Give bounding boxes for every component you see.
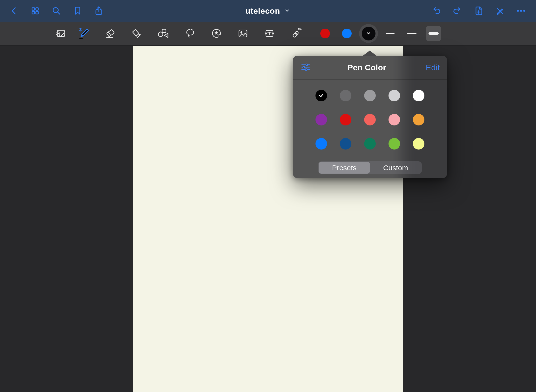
add-page-button[interactable]: [472, 4, 486, 18]
pen-color-swatch-pink[interactable]: [389, 114, 400, 125]
canvas-area: [0, 46, 536, 392]
chevron-left-icon: [9, 6, 19, 16]
add-page-icon: [473, 6, 484, 16]
lasso-icon: [184, 27, 196, 39]
shapes-tool[interactable]: [154, 24, 173, 43]
stroke-bar-thick: [429, 32, 439, 35]
text-tool[interactable]: [260, 24, 279, 43]
undo-icon: [431, 6, 442, 16]
svg-text:a: a: [56, 29, 60, 37]
laser-pointer-icon: [290, 27, 302, 39]
crossed-pencil-icon: [495, 6, 505, 16]
toolbar-color-slot-black[interactable]: [358, 23, 379, 44]
sliders-icon: [300, 62, 311, 73]
pen-input-toggle-button[interactable]: [493, 4, 507, 18]
stroke-selected-highlight: [426, 26, 441, 41]
image-tool[interactable]: [234, 24, 252, 43]
eraser-tool[interactable]: [101, 24, 120, 43]
pointer-tool[interactable]: [287, 24, 305, 43]
color-grid: [315, 90, 424, 150]
pen-color-swatch-navy[interactable]: [340, 138, 351, 150]
more-button[interactable]: [514, 4, 528, 18]
document-title-button[interactable]: utelecon: [244, 0, 292, 22]
text-box-icon: [263, 27, 275, 39]
chevron-down-icon: [283, 7, 291, 15]
popover-header: Pen Color Edit: [293, 56, 447, 80]
edit-button[interactable]: Edit: [422, 63, 440, 72]
toolbar-color-slots: [314, 23, 379, 44]
pen-icon: [78, 27, 90, 39]
stroke-width-thin[interactable]: [379, 23, 401, 44]
navbar-right-group: [426, 4, 536, 18]
pen-color-swatch-purple[interactable]: [315, 114, 327, 125]
pen-color-swatch-green[interactable]: [364, 138, 376, 150]
share-icon: [94, 6, 104, 16]
selected-color-ring: [359, 24, 378, 43]
color-dot-red: [320, 29, 330, 38]
toolbar-divider: [72, 26, 72, 40]
search-button[interactable]: [49, 4, 63, 18]
back-button[interactable]: [7, 4, 21, 18]
image-icon: [237, 27, 249, 39]
color-dot-blue: [342, 29, 352, 38]
eraser-icon: [104, 27, 116, 39]
tool-group: [75, 24, 305, 43]
pen-color-swatch-yellow[interactable]: [413, 138, 424, 150]
popover-title: Pen Color: [311, 63, 422, 72]
ellipsis-icon: [516, 6, 526, 16]
stroke-bar-medium: [407, 33, 416, 34]
redo-icon: [452, 6, 463, 16]
zoom-window-tool[interactable]: a: [52, 24, 70, 43]
stroke-width-thick[interactable]: [423, 23, 444, 44]
pen-color-swatch-gray[interactable]: [364, 90, 376, 101]
pen-color-swatch-light-green[interactable]: [389, 138, 400, 150]
toolbar-stroke-slots: [379, 23, 444, 44]
pen-color-popover: Pen Color Edit PresetsCustom: [293, 56, 447, 178]
bookmark-button[interactable]: [71, 4, 85, 18]
check-icon: [318, 92, 324, 99]
zoom-window-icon: a: [55, 27, 67, 39]
toolbar-color-slot-blue[interactable]: [336, 23, 358, 44]
document-title: utelecon: [245, 6, 280, 16]
stroke-width-medium[interactable]: [401, 23, 423, 44]
pen-color-swatch-orange[interactable]: [413, 114, 424, 125]
pen-color-swatch-coral[interactable]: [364, 114, 376, 125]
pen-color-swatch-bright-blue[interactable]: [315, 138, 327, 150]
shapes-icon: [157, 27, 169, 39]
pen-color-swatch-white[interactable]: [413, 90, 424, 101]
sticker-star-icon: [210, 27, 222, 39]
chevron-down-icon: [366, 31, 371, 37]
tab-custom[interactable]: Custom: [370, 162, 421, 174]
pen-color-swatch-red[interactable]: [340, 114, 351, 125]
navbar-left-group: [0, 4, 109, 18]
stroke-bar-thin: [386, 33, 395, 34]
grid-icon: [30, 6, 40, 16]
pen-color-swatch-black[interactable]: [315, 90, 327, 101]
bookmark-icon: [72, 6, 83, 16]
highlighter-icon: [131, 27, 143, 39]
redo-button[interactable]: [450, 4, 464, 18]
undo-button[interactable]: [429, 4, 443, 18]
lasso-tool[interactable]: [181, 24, 199, 43]
highlighter-tool[interactable]: [128, 24, 146, 43]
popover-arrow: [363, 51, 377, 56]
toolbar-color-slot-red[interactable]: [314, 23, 336, 44]
selected-color-circle: [362, 27, 375, 40]
pen-tool[interactable]: [75, 24, 93, 43]
pen-settings-button[interactable]: [300, 62, 311, 73]
pen-color-swatch-light-gray[interactable]: [389, 90, 400, 101]
tool-bar: a: [0, 22, 536, 46]
share-button[interactable]: [92, 4, 106, 18]
pen-color-swatch-dark-gray[interactable]: [340, 90, 351, 101]
navigation-bar: utelecon: [0, 0, 536, 22]
page-thumbnails-button[interactable]: [28, 4, 42, 18]
search-icon: [51, 6, 62, 16]
tab-presets[interactable]: Presets: [319, 162, 370, 174]
presets-custom-segmented-control: PresetsCustom: [318, 161, 422, 174]
elements-tool[interactable]: [207, 24, 226, 43]
